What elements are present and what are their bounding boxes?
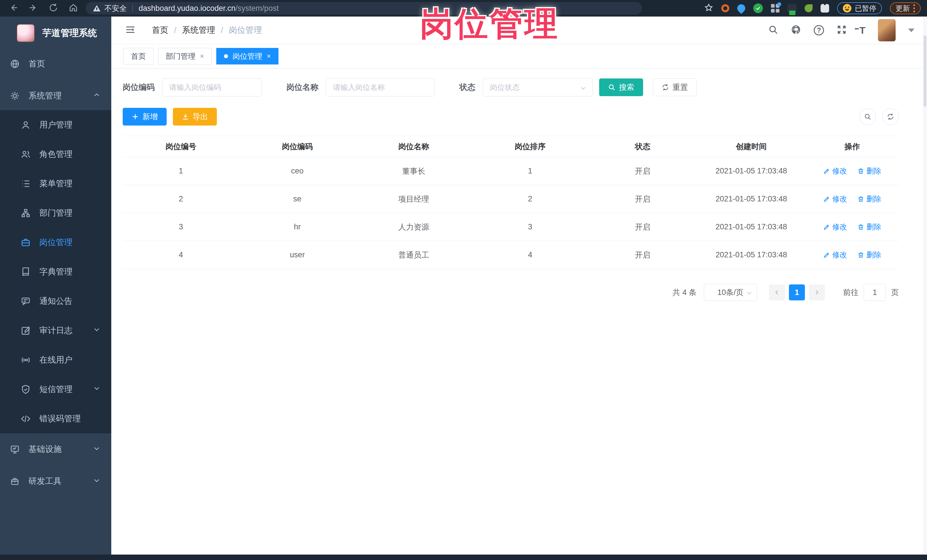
extension-check-icon[interactable] — [753, 3, 763, 13]
status-text: 开启 — [588, 166, 697, 176]
add-button[interactable]: 新增 — [123, 108, 167, 126]
extension-grid-icon[interactable] — [771, 4, 780, 12]
browser-home-icon[interactable] — [68, 3, 78, 14]
chevron-down-icon — [93, 385, 100, 394]
search-icon[interactable] — [768, 24, 778, 36]
fullscreen-icon[interactable] — [837, 24, 847, 36]
sidebar-item-label: 基础设施 — [29, 444, 62, 455]
close-icon[interactable]: × — [200, 52, 204, 60]
search-button[interactable]: 搜索 — [599, 79, 643, 96]
browser-back-icon[interactable] — [9, 3, 18, 14]
edit-link[interactable]: 修改 — [823, 194, 847, 204]
table-row[interactable]: 4 user 普通员工 4 开启 2021-01-05 17:03:48 修改 … — [123, 241, 899, 269]
goto-page-input[interactable] — [864, 284, 886, 301]
breadcrumb-home[interactable]: 首页 — [152, 24, 168, 36]
edit-link[interactable]: 修改 — [823, 222, 847, 232]
sidebar-item-system[interactable]: 系统管理 — [0, 82, 111, 110]
sidebar-item-label: 通知公告 — [40, 296, 73, 307]
breadcrumb-separator: / — [221, 26, 223, 35]
sidebar-item-departments[interactable]: 部门管理 — [0, 198, 111, 228]
sidebar-item-users[interactable]: 用户管理 — [0, 110, 111, 140]
edit-link[interactable]: 修改 — [823, 166, 847, 176]
window-bottom-edge — [0, 555, 927, 560]
sidebar-item-audit-log[interactable]: 审计日志 — [0, 316, 111, 345]
post-name-input[interactable] — [326, 78, 435, 96]
update-button[interactable]: 更新 — [890, 2, 921, 14]
sidebar-item-label: 在线用户 — [40, 354, 73, 366]
refresh-icon — [662, 83, 669, 91]
sidebar-item-roles[interactable]: 角色管理 — [0, 140, 111, 169]
sidebar-item-notices[interactable]: 通知公告 — [0, 287, 111, 316]
github-icon[interactable] — [791, 24, 801, 36]
sidebar-item-home[interactable]: 首页 — [0, 50, 111, 78]
bookmark-star-icon[interactable] — [704, 3, 713, 14]
edit-icon — [823, 224, 830, 231]
sidebar-item-infrastructure[interactable]: 基础设施 — [0, 433, 111, 465]
column-header: 创建时间 — [697, 141, 806, 152]
browser-reload-icon[interactable] — [49, 3, 58, 14]
sidebar-item-sms[interactable]: 短信管理 — [0, 375, 111, 404]
extensions-puzzle-icon[interactable] — [821, 4, 829, 12]
edit-link[interactable]: 修改 — [823, 250, 847, 260]
extension-orange-icon[interactable] — [721, 4, 729, 12]
emoji-face-icon — [843, 4, 851, 12]
browser-forward-icon[interactable] — [29, 3, 38, 14]
export-button[interactable]: 导出 — [173, 108, 217, 126]
sidebar-item-error-codes[interactable]: 错误码管理 — [0, 404, 111, 433]
column-header: 岗位排序 — [472, 141, 588, 152]
home-icon — [9, 59, 21, 69]
toggle-search-button[interactable] — [859, 108, 876, 125]
avatar-caret-icon[interactable] — [908, 29, 915, 32]
tab-posts[interactable]: 岗位管理 × — [216, 48, 278, 64]
extension-pin-icon[interactable] — [736, 3, 747, 14]
search-icon — [608, 83, 615, 91]
table-row[interactable]: 1 ceo 董事长 1 开启 2021-01-05 17:03:48 修改 删除 — [123, 157, 899, 185]
extension-sprout-icon[interactable] — [805, 4, 813, 12]
chevron-up-icon — [93, 91, 100, 101]
sidebar-item-label: 首页 — [29, 58, 45, 70]
sidebar-item-dev-tools[interactable]: 研发工具 — [0, 465, 111, 497]
sidebar-item-label: 短信管理 — [40, 384, 73, 395]
sidebar-item-dictionary[interactable]: 字典管理 — [0, 257, 111, 287]
trash-icon — [857, 224, 864, 231]
prev-page-button[interactable] — [769, 284, 785, 300]
close-icon[interactable]: × — [267, 52, 271, 60]
reset-button[interactable]: 重置 — [653, 79, 697, 96]
post-code-input[interactable] — [162, 78, 262, 96]
scrollbar[interactable] — [923, 17, 927, 555]
page-size-select[interactable]: 10条/页 — [704, 284, 757, 301]
current-page-button[interactable]: 1 — [789, 284, 805, 300]
hamburger-icon[interactable] — [125, 24, 136, 36]
paused-badge[interactable]: 已暂停 — [837, 2, 882, 14]
breadcrumb-system[interactable]: 系统管理 — [182, 24, 215, 36]
tab-departments[interactable]: 部门管理 × — [158, 48, 212, 64]
delete-link[interactable]: 删除 — [857, 250, 881, 260]
url-path: /system/post — [236, 4, 279, 13]
breadcrumb-current: 岗位管理 — [229, 24, 262, 36]
font-size-icon[interactable]: T — [859, 25, 865, 36]
delete-link[interactable]: 删除 — [857, 166, 881, 176]
extension-crx-icon[interactable] — [787, 4, 796, 13]
tab-home[interactable]: 首页 — [123, 48, 153, 64]
browser-menu-icon[interactable] — [913, 4, 915, 12]
status-text: 开启 — [588, 222, 697, 232]
breadcrumb-separator: / — [174, 26, 176, 35]
trash-icon — [857, 196, 864, 203]
sidebar-item-posts[interactable]: 岗位管理 — [0, 228, 111, 257]
table-row[interactable]: 2 se 项目经理 2 开启 2021-01-05 17:03:48 修改 删除 — [123, 185, 899, 213]
posts-table: 岗位编号 岗位编码 岗位名称 岗位排序 状态 创建时间 操作 1 ceo 董事长… — [123, 136, 899, 269]
refresh-table-button[interactable] — [882, 108, 899, 125]
delete-link[interactable]: 删除 — [857, 194, 881, 204]
status-select[interactable] — [483, 78, 593, 96]
next-page-button[interactable] — [809, 284, 825, 300]
shield-icon — [20, 385, 31, 394]
sidebar-item-menus[interactable]: 菜单管理 — [0, 169, 111, 198]
delete-link[interactable]: 删除 — [857, 222, 881, 232]
sidebar-item-online-users[interactable]: 在线用户 — [0, 345, 111, 375]
table-row[interactable]: 3 hr 人力资源 3 开启 2021-01-05 17:03:48 修改 删除 — [123, 213, 899, 241]
scrollbar-thumb[interactable] — [924, 35, 926, 107]
avatar[interactable] — [878, 19, 896, 41]
table-header-row: 岗位编号 岗位编码 岗位名称 岗位排序 状态 创建时间 操作 — [123, 136, 899, 157]
help-icon[interactable]: ? — [814, 25, 824, 35]
edit-icon — [823, 168, 830, 175]
